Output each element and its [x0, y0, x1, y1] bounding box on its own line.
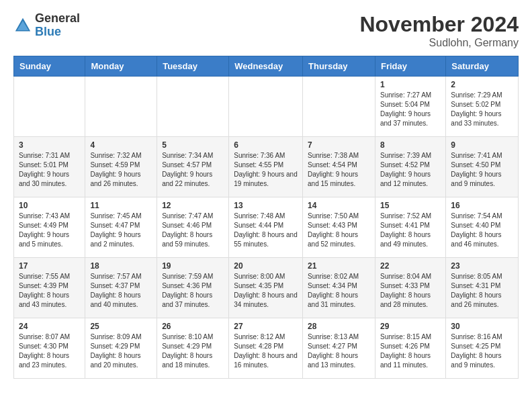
day-number: 10 — [19, 201, 80, 210]
day-number: 13 — [234, 201, 298, 210]
calendar-week-row: 1Sunrise: 7:27 AM Sunset: 5:04 PM Daylig… — [14, 77, 519, 137]
day-info: Sunrise: 8:04 AM Sunset: 4:33 PM Dayligh… — [380, 272, 441, 310]
day-number: 19 — [162, 261, 224, 271]
day-info: Sunrise: 8:16 AM Sunset: 4:25 PM Dayligh… — [451, 332, 513, 370]
day-number: 6 — [234, 140, 298, 150]
calendar-cell: 19Sunrise: 7:59 AM Sunset: 4:36 PM Dayli… — [157, 258, 229, 318]
day-info: Sunrise: 8:12 AM Sunset: 4:28 PM Dayligh… — [234, 332, 298, 370]
calendar-cell: 25Sunrise: 8:09 AM Sunset: 4:29 PM Dayli… — [85, 318, 157, 379]
day-info: Sunrise: 7:52 AM Sunset: 4:41 PM Dayligh… — [380, 212, 441, 249]
calendar-cell: 15Sunrise: 7:52 AM Sunset: 4:41 PM Dayli… — [375, 197, 445, 258]
day-info: Sunrise: 7:45 AM Sunset: 4:47 PM Dayligh… — [90, 212, 152, 249]
day-number: 22 — [380, 261, 441, 271]
calendar-week-row: 17Sunrise: 7:55 AM Sunset: 4:39 PM Dayli… — [14, 258, 519, 318]
calendar-day-header: Sunday — [14, 56, 85, 77]
day-number: 24 — [19, 322, 80, 331]
calendar-cell: 8Sunrise: 7:39 AM Sunset: 4:52 PM Daylig… — [375, 137, 445, 197]
day-number: 3 — [19, 140, 80, 150]
calendar-week-row: 3Sunrise: 7:31 AM Sunset: 5:01 PM Daylig… — [14, 137, 519, 197]
calendar-cell: 13Sunrise: 7:48 AM Sunset: 4:44 PM Dayli… — [229, 197, 303, 258]
calendar-cell: 5Sunrise: 7:34 AM Sunset: 4:57 PM Daylig… — [157, 137, 229, 197]
calendar-cell: 27Sunrise: 8:12 AM Sunset: 4:28 PM Dayli… — [229, 318, 303, 379]
calendar-week-row: 24Sunrise: 8:07 AM Sunset: 4:30 PM Dayli… — [14, 318, 519, 379]
day-info: Sunrise: 7:27 AM Sunset: 5:04 PM Dayligh… — [380, 91, 441, 128]
calendar-cell — [303, 77, 375, 137]
day-number: 15 — [380, 201, 441, 210]
calendar-cell: 4Sunrise: 7:32 AM Sunset: 4:59 PM Daylig… — [85, 137, 157, 197]
day-number: 14 — [308, 201, 370, 210]
calendar-cell: 22Sunrise: 8:04 AM Sunset: 4:33 PM Dayli… — [375, 258, 445, 318]
calendar-cell: 9Sunrise: 7:41 AM Sunset: 4:50 PM Daylig… — [446, 137, 519, 197]
day-number: 12 — [162, 201, 224, 210]
calendar-cell — [85, 77, 157, 137]
calendar-cell: 23Sunrise: 8:05 AM Sunset: 4:31 PM Dayli… — [446, 258, 519, 318]
calendar-day-header: Saturday — [446, 56, 519, 77]
day-info: Sunrise: 7:29 AM Sunset: 5:02 PM Dayligh… — [451, 91, 513, 128]
day-info: Sunrise: 7:59 AM Sunset: 4:36 PM Dayligh… — [162, 272, 224, 310]
day-number: 27 — [234, 322, 298, 331]
day-info: Sunrise: 7:36 AM Sunset: 4:55 PM Dayligh… — [234, 151, 298, 189]
calendar-cell: 28Sunrise: 8:13 AM Sunset: 4:27 PM Dayli… — [303, 318, 375, 379]
day-number: 20 — [234, 261, 298, 271]
day-number: 4 — [90, 140, 152, 150]
day-info: Sunrise: 7:32 AM Sunset: 4:59 PM Dayligh… — [90, 151, 152, 189]
location: Sudlohn, Germany — [359, 37, 519, 49]
day-info: Sunrise: 7:34 AM Sunset: 4:57 PM Dayligh… — [162, 151, 224, 189]
day-info: Sunrise: 7:47 AM Sunset: 4:46 PM Dayligh… — [162, 212, 224, 249]
day-info: Sunrise: 7:54 AM Sunset: 4:40 PM Dayligh… — [451, 212, 513, 249]
day-number: 11 — [90, 201, 152, 210]
logo: General Blue — [13, 12, 80, 39]
day-info: Sunrise: 7:31 AM Sunset: 5:01 PM Dayligh… — [19, 151, 80, 189]
logo-general-text: General — [35, 12, 80, 26]
day-info: Sunrise: 8:10 AM Sunset: 4:29 PM Dayligh… — [162, 332, 224, 370]
day-number: 1 — [380, 80, 441, 89]
calendar-cell: 24Sunrise: 8:07 AM Sunset: 4:30 PM Dayli… — [14, 318, 85, 379]
day-number: 16 — [451, 201, 513, 210]
calendar-cell: 3Sunrise: 7:31 AM Sunset: 5:01 PM Daylig… — [14, 137, 85, 197]
day-info: Sunrise: 8:02 AM Sunset: 4:34 PM Dayligh… — [308, 272, 370, 310]
day-info: Sunrise: 7:57 AM Sunset: 4:37 PM Dayligh… — [90, 272, 152, 310]
calendar-cell: 16Sunrise: 7:54 AM Sunset: 4:40 PM Dayli… — [446, 197, 519, 258]
calendar-table: SundayMondayTuesdayWednesdayThursdayFrid… — [13, 56, 519, 379]
day-number: 8 — [380, 140, 441, 150]
day-number: 30 — [451, 322, 513, 331]
day-info: Sunrise: 7:55 AM Sunset: 4:39 PM Dayligh… — [19, 272, 80, 310]
day-info: Sunrise: 7:43 AM Sunset: 4:49 PM Dayligh… — [19, 212, 80, 249]
logo-blue-text: Blue — [35, 26, 80, 39]
calendar-day-header: Tuesday — [157, 56, 229, 77]
calendar-day-header: Friday — [375, 56, 445, 77]
calendar-cell — [229, 77, 303, 137]
day-number: 23 — [451, 261, 513, 271]
calendar-cell: 30Sunrise: 8:16 AM Sunset: 4:25 PM Dayli… — [446, 318, 519, 379]
calendar-cell: 10Sunrise: 7:43 AM Sunset: 4:49 PM Dayli… — [14, 197, 85, 258]
day-info: Sunrise: 7:38 AM Sunset: 4:54 PM Dayligh… — [308, 151, 370, 189]
calendar-cell: 26Sunrise: 8:10 AM Sunset: 4:29 PM Dayli… — [157, 318, 229, 379]
day-number: 29 — [380, 322, 441, 331]
day-info: Sunrise: 8:09 AM Sunset: 4:29 PM Dayligh… — [90, 332, 152, 370]
day-number: 5 — [162, 140, 224, 150]
calendar-cell: 14Sunrise: 7:50 AM Sunset: 4:43 PM Dayli… — [303, 197, 375, 258]
day-number: 25 — [90, 322, 152, 331]
calendar-cell: 1Sunrise: 7:27 AM Sunset: 5:04 PM Daylig… — [375, 77, 445, 137]
calendar-cell: 7Sunrise: 7:38 AM Sunset: 4:54 PM Daylig… — [303, 137, 375, 197]
day-number: 7 — [308, 140, 370, 150]
calendar-week-row: 10Sunrise: 7:43 AM Sunset: 4:49 PM Dayli… — [14, 197, 519, 258]
day-number: 18 — [90, 261, 152, 271]
day-info: Sunrise: 8:15 AM Sunset: 4:26 PM Dayligh… — [380, 332, 441, 370]
day-info: Sunrise: 7:48 AM Sunset: 4:44 PM Dayligh… — [234, 212, 298, 249]
day-info: Sunrise: 7:39 AM Sunset: 4:52 PM Dayligh… — [380, 151, 441, 189]
page-header: General Blue November 2024 Sudlohn, Germ… — [0, 0, 532, 56]
calendar-cell: 17Sunrise: 7:55 AM Sunset: 4:39 PM Dayli… — [14, 258, 85, 318]
calendar-day-header: Thursday — [303, 56, 375, 77]
calendar-cell: 2Sunrise: 7:29 AM Sunset: 5:02 PM Daylig… — [446, 77, 519, 137]
day-number: 28 — [308, 322, 370, 331]
day-number: 17 — [19, 261, 80, 271]
calendar-day-header: Wednesday — [229, 56, 303, 77]
calendar-cell — [14, 77, 85, 137]
calendar-day-header: Monday — [85, 56, 157, 77]
day-info: Sunrise: 8:07 AM Sunset: 4:30 PM Dayligh… — [19, 332, 80, 370]
day-number: 2 — [451, 80, 513, 89]
calendar-cell: 21Sunrise: 8:02 AM Sunset: 4:34 PM Dayli… — [303, 258, 375, 318]
title-block: November 2024 Sudlohn, Germany — [359, 12, 519, 49]
day-info: Sunrise: 7:50 AM Sunset: 4:43 PM Dayligh… — [308, 212, 370, 249]
